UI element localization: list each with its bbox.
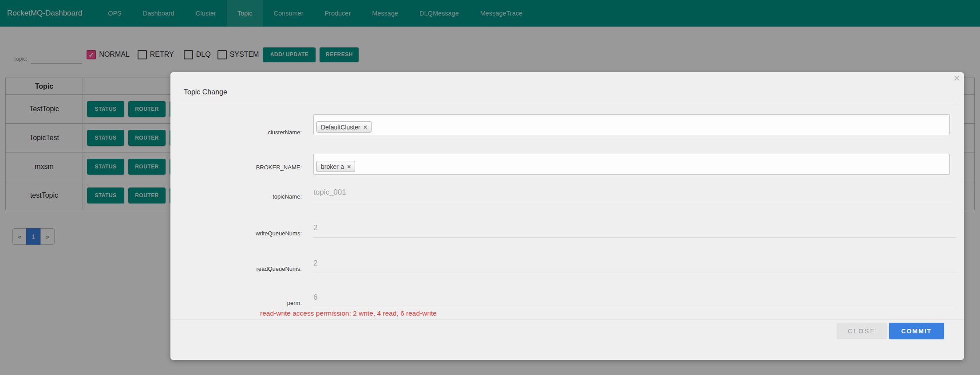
perm-underline <box>313 307 956 307</box>
modal-footer-divider <box>170 319 964 320</box>
clustername-tag: DefaultCluster × <box>316 121 371 133</box>
readqueuenums-label: readQueueNums: <box>170 266 302 272</box>
topicname-label: topicName: <box>170 193 302 200</box>
writequeuenums-input[interactable]: 2 <box>313 223 317 232</box>
readqueuenums-input[interactable]: 2 <box>313 259 317 268</box>
close-button[interactable]: CLOSE <box>837 323 887 339</box>
topicname-underline <box>313 202 956 202</box>
topic-change-modal: Topic Change × clusterName: DefaultClust… <box>170 72 964 360</box>
tag-remove-icon[interactable]: × <box>347 164 351 170</box>
brokername-input[interactable]: broker-a × <box>313 154 950 175</box>
brokername-tag-label: broker-a <box>321 163 344 170</box>
brokername-label: BROKER_NAME: <box>170 164 302 171</box>
clustername-label: clusterName: <box>170 129 302 136</box>
close-icon[interactable]: × <box>953 73 960 84</box>
perm-hint: read-write access permission: 2 write, 4… <box>260 309 437 317</box>
perm-label: perm: <box>170 300 302 306</box>
modal-title: Topic Change <box>184 88 227 96</box>
clustername-tag-label: DefaultCluster <box>321 124 360 131</box>
perm-input[interactable]: 6 <box>313 293 317 302</box>
clustername-input[interactable]: DefaultCluster × <box>313 114 950 135</box>
topicname-input[interactable]: topic_001 <box>313 188 346 197</box>
readqueuenums-underline <box>313 273 956 273</box>
writequeuenums-underline <box>313 237 956 238</box>
brokername-tag: broker-a × <box>316 161 355 172</box>
modal-header-divider <box>177 103 957 103</box>
commit-button[interactable]: COMMIT <box>889 323 944 339</box>
tag-remove-icon[interactable]: × <box>364 124 367 130</box>
writequeuenums-label: writeQueueNums: <box>170 230 302 237</box>
